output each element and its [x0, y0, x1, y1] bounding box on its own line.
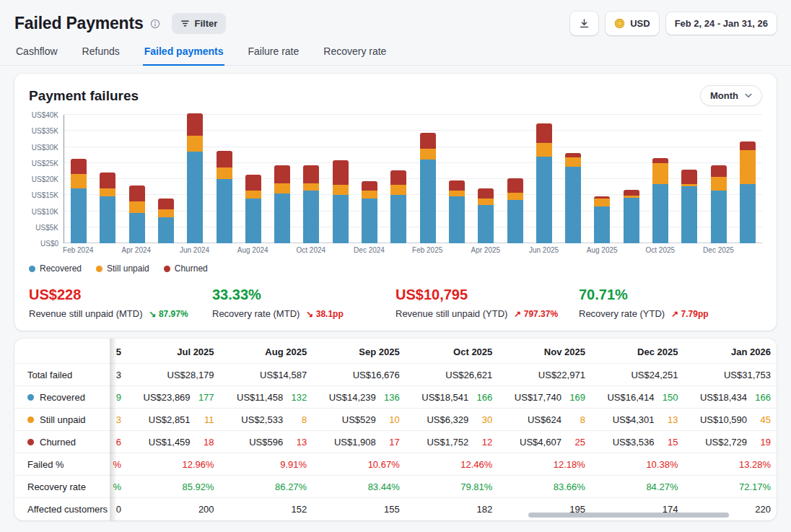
segment-still_unpaid — [449, 191, 465, 197]
table-row-failed: Failed %%12.96%9.91%10.67%12.46%12.18%10… — [14, 453, 777, 476]
x-axis-label: Apr 2024 — [122, 246, 152, 254]
export-button[interactable] — [570, 12, 598, 35]
segment-still_unpaid — [711, 177, 727, 191]
bar-aug-2024[interactable] — [245, 175, 261, 243]
bar-jan-2025[interactable] — [390, 170, 406, 243]
cell-amount: US$17,740 — [515, 392, 561, 403]
segment-churned — [333, 160, 349, 184]
row-label: Still unpaid — [14, 414, 110, 425]
table-cell: 86.27% — [214, 481, 307, 492]
tab-recovery-rate[interactable]: Recovery rate — [322, 41, 388, 66]
filter-button[interactable]: Filter — [172, 13, 227, 34]
bar-sep-2025[interactable] — [624, 190, 639, 243]
filter-icon — [180, 19, 190, 28]
segment-churned — [158, 199, 174, 210]
clipped-cell: 3 — [110, 414, 121, 425]
bar-oct-2024[interactable] — [303, 165, 319, 243]
segment-recovered — [594, 206, 610, 243]
bar-mar-2025[interactable] — [449, 180, 465, 243]
cell-count: 11 — [197, 414, 214, 425]
page-title: Failed Payments — [14, 14, 144, 33]
table-cell: US$14,587 — [214, 370, 307, 380]
clipped-cell: 0 — [110, 504, 121, 515]
cell-count: 177 — [197, 392, 214, 403]
bar-feb-2025[interactable] — [420, 133, 436, 243]
legend-recovered[interactable]: Recovered — [29, 263, 82, 274]
horizontal-scrollbar-thumb[interactable] — [528, 513, 729, 518]
table-row-total-failed: Total failed3US$28,179US$14,587US$16,676… — [14, 364, 777, 386]
cell-amount: US$23,869 — [144, 392, 191, 403]
bar-jun-2025[interactable] — [536, 123, 552, 243]
bar-may-2024[interactable] — [158, 199, 174, 243]
legend-churned[interactable]: Churned — [164, 263, 208, 274]
topbar-actions: USD Feb 2, 24 - Jan 31, 26 — [570, 12, 777, 35]
bar-feb-2024[interactable] — [71, 159, 87, 243]
segment-churned — [740, 141, 756, 150]
segment-churned — [100, 173, 115, 188]
cell-count: 132 — [289, 392, 307, 403]
row-label: Recovery rate — [14, 481, 110, 492]
kpi-label: Revenue still unpaid (YTD) — [396, 308, 507, 319]
bar-nov-2024[interactable] — [333, 160, 349, 243]
segment-churned — [71, 159, 87, 174]
tab-refunds[interactable]: Refunds — [81, 41, 121, 66]
x-axis-label: Jun 2024 — [180, 246, 209, 254]
bar-apr-2025[interactable] — [478, 188, 494, 243]
cell-count: 13 — [660, 414, 678, 425]
tab-cashflow[interactable]: Cashflow — [14, 41, 59, 66]
bar-nov-2025[interactable] — [681, 170, 697, 243]
kpi-meta: Revenue still unpaid (MTD)↘ 87.97% — [29, 308, 212, 319]
legend-still-unpaid[interactable]: Still unpaid — [96, 263, 149, 274]
monthly-breakdown-card: 5Jul 2025Aug 2025Sep 2025Oct 2025Nov 202… — [14, 339, 777, 520]
bar-dec-2025[interactable] — [711, 165, 727, 243]
kpi-value: US$10,795 — [396, 287, 579, 303]
bar-may-2025[interactable] — [507, 178, 523, 243]
table-cell: 9.91% — [214, 459, 307, 470]
bar-sep-2024[interactable] — [274, 165, 290, 243]
kpi-recovery-rate-ytd: 70.71%Recovery rate (YTD)↗ 7.79pp — [579, 287, 762, 319]
y-axis-label: US$15K — [32, 191, 58, 199]
column-header-nov-2025: Nov 2025 — [492, 346, 585, 357]
tab-failed-payments[interactable]: Failed payments — [143, 41, 225, 66]
table-cell: US$24,251 — [585, 370, 678, 380]
chart-legend: RecoveredStill unpaidChurned — [29, 263, 762, 274]
segment-churned — [245, 175, 261, 191]
table-cell: 12.18% — [492, 459, 585, 470]
granularity-select[interactable]: Month — [700, 85, 762, 106]
table-cell: US$26,621 — [400, 370, 493, 380]
row-label: Affected customers — [14, 504, 110, 515]
bar-mar-2024[interactable] — [100, 173, 115, 243]
table-cell: 12.46% — [400, 459, 493, 470]
bar-jul-2024[interactable] — [217, 151, 232, 243]
table-cell: US$31,753 — [678, 370, 771, 380]
date-range-button[interactable]: Feb 2, 24 - Jan 31, 26 — [666, 12, 777, 35]
row-label: Failed % — [14, 459, 110, 470]
bar-jul-2025[interactable] — [565, 153, 581, 243]
table-cell: 84.27% — [585, 481, 678, 492]
cell-amount: US$624 — [528, 414, 561, 425]
x-axis-label: Oct 2024 — [297, 246, 326, 254]
tab-failure-rate[interactable]: Failure rate — [246, 41, 300, 66]
bar-apr-2024[interactable] — [129, 186, 145, 243]
kpi-revenue-still-unpaid-mtd: US$228Revenue still unpaid (MTD)↘ 87.97% — [29, 287, 212, 319]
cell-count: 8 — [568, 414, 585, 425]
currency-button[interactable]: USD — [606, 12, 658, 35]
segment-still_unpaid — [217, 167, 232, 179]
segment-still_unpaid — [420, 149, 436, 160]
segment-recovered — [449, 196, 465, 243]
x-axis-label: Oct 2025 — [646, 246, 676, 254]
bar-aug-2025[interactable] — [594, 196, 610, 243]
table-cell: 10.38% — [585, 459, 678, 470]
chart-card-header: Payment failures Month — [29, 85, 762, 106]
bar-dec-2024[interactable] — [362, 181, 377, 243]
segment-still_unpaid — [333, 185, 349, 196]
bar-jan-2026[interactable] — [740, 141, 756, 243]
churned-dot — [164, 266, 170, 272]
table-row-recovered: Recovered9US$23,869177US$11,458132US$14,… — [14, 386, 777, 409]
segment-churned — [478, 188, 494, 198]
bar-oct-2025[interactable] — [652, 158, 668, 243]
stacked-bar-chart: US$0US$5KUS$10KUS$15KUS$20KUS$25KUS$30KU… — [29, 115, 762, 256]
bar-jun-2024[interactable] — [187, 113, 203, 243]
info-icon[interactable] — [150, 19, 160, 29]
date-range-label: Feb 2, 24 - Jan 31, 26 — [675, 19, 768, 28]
